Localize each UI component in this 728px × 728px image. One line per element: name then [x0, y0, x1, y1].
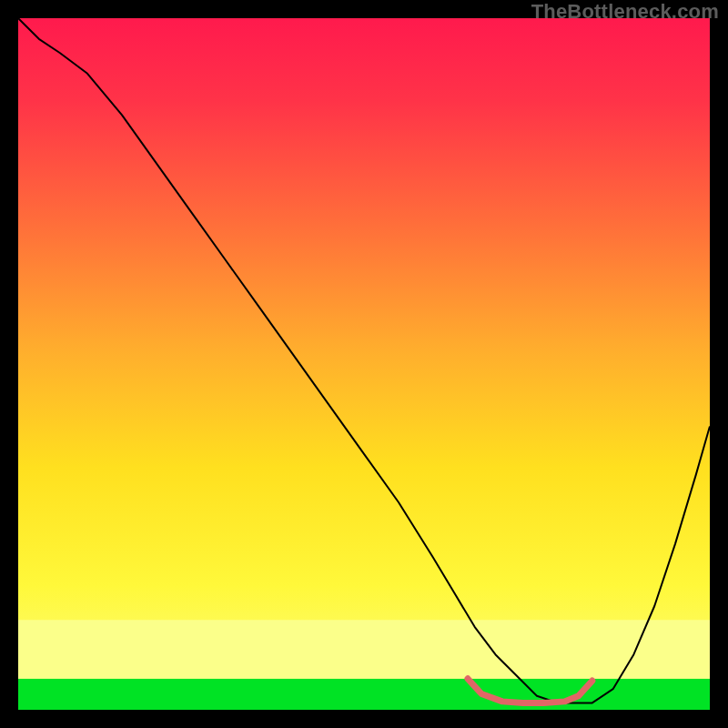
bottleneck-chart [18, 18, 710, 710]
watermark-text: TheBottleneck.com [531, 0, 719, 24]
chart-frame: { "watermark": "TheBottleneck.com", "cha… [0, 0, 728, 728]
gradient-bg [18, 18, 710, 710]
band-yellow-band [18, 620, 710, 679]
